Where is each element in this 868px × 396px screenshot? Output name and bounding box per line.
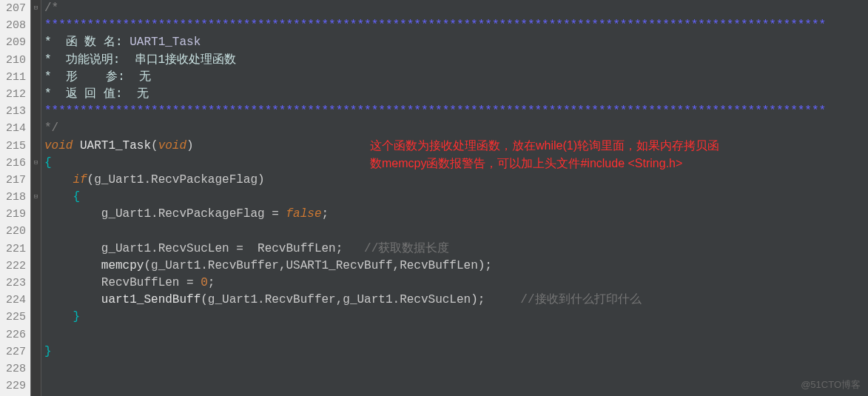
code-line: * 功能说明: 串口1接收处理函数 bbox=[44, 52, 868, 69]
line-number: 216 bbox=[1, 155, 26, 172]
line-number: 209 bbox=[1, 34, 26, 51]
fold-toggle-icon[interactable]: ⊟ bbox=[31, 155, 41, 172]
fold-gutter: ⊟ ⊟ ⊟ bbox=[31, 0, 41, 396]
code-line: * 函 数 名: UART1_Task bbox=[44, 34, 868, 51]
fold-toggle-icon[interactable]: ⊟ bbox=[31, 189, 41, 206]
code-line: * 形 参: 无 bbox=[44, 69, 868, 86]
line-number: 212 bbox=[1, 86, 26, 103]
code-line bbox=[44, 223, 868, 240]
line-number: 211 bbox=[1, 69, 26, 86]
line-number: 215 bbox=[1, 138, 26, 155]
line-number: 225 bbox=[1, 309, 26, 326]
line-number: 223 bbox=[1, 275, 26, 292]
line-number: 214 bbox=[1, 120, 26, 137]
code-line: /* bbox=[44, 0, 868, 17]
line-number-gutter: 207 208 209 210 211 212 213 214 215 216 … bbox=[0, 0, 31, 396]
fold-toggle-icon[interactable]: ⊟ bbox=[31, 0, 41, 17]
code-line bbox=[44, 377, 868, 395]
code-line: * 返 回 值: 无 bbox=[44, 86, 868, 103]
line-number: 207 bbox=[1, 0, 26, 17]
code-line: } bbox=[44, 309, 868, 326]
code-line bbox=[44, 360, 868, 377]
annotation-note: 这个函数为接收处理函数，放在while(1)轮询里面，如果内存拷贝函 数memc… bbox=[370, 137, 868, 172]
line-number: 219 bbox=[1, 206, 26, 223]
line-number: 210 bbox=[1, 52, 26, 69]
line-number: 224 bbox=[1, 292, 26, 309]
code-line: if(g_Uart1.RecvPackageFlag) bbox=[44, 172, 868, 189]
line-number: 228 bbox=[1, 360, 26, 377]
code-line: g_Uart1.RecvPackageFlag = false; bbox=[44, 206, 868, 223]
code-content[interactable]: /* *************************************… bbox=[41, 0, 868, 396]
code-line: uart1_SendBuff(g_Uart1.RecvBuffer,g_Uart… bbox=[44, 292, 868, 309]
code-line: g_Uart1.RecvSucLen = RecvBuffLen; //获取数据… bbox=[44, 241, 868, 258]
code-line: */ bbox=[44, 120, 868, 137]
line-number: 227 bbox=[1, 343, 26, 360]
code-line: { bbox=[44, 189, 868, 206]
line-number: 208 bbox=[1, 17, 26, 34]
code-line: RecvBuffLen = 0; bbox=[44, 275, 868, 292]
line-number: 221 bbox=[1, 241, 26, 258]
code-line: ****************************************… bbox=[44, 17, 868, 34]
annotation-line: 这个函数为接收处理函数，放在while(1)轮询里面，如果内存拷贝函 bbox=[370, 137, 868, 155]
line-number: 222 bbox=[1, 258, 26, 275]
code-line: memcpy(g_Uart1.RecvBuffer,USART1_RecvBuf… bbox=[44, 258, 868, 275]
annotation-line: 数memcpy函数报警告，可以加上头文件#include <String.h> bbox=[370, 155, 868, 172]
code-line: } bbox=[44, 343, 868, 360]
code-line: ****************************************… bbox=[44, 103, 868, 120]
line-number: 218 bbox=[1, 189, 26, 206]
code-editor: 207 208 209 210 211 212 213 214 215 216 … bbox=[0, 0, 868, 396]
line-number: 217 bbox=[1, 172, 26, 189]
line-number: 220 bbox=[1, 223, 26, 240]
code-line bbox=[44, 326, 868, 343]
line-number: 226 bbox=[1, 326, 26, 343]
line-number: 229 bbox=[1, 377, 26, 395]
line-number: 213 bbox=[1, 103, 26, 120]
watermark-text: @51CTO博客 bbox=[801, 378, 861, 392]
